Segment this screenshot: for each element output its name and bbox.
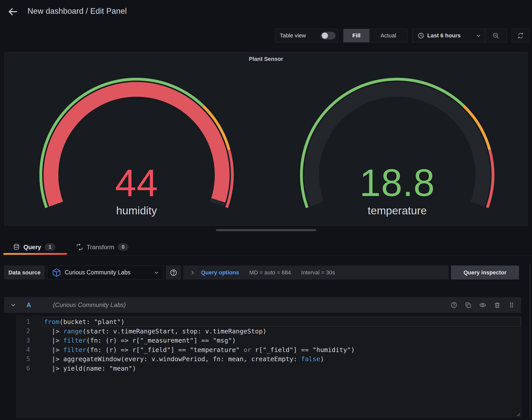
- copy-icon[interactable]: [465, 302, 472, 309]
- scrollbar[interactable]: [529, 263, 530, 419]
- refresh-button[interactable]: [512, 29, 529, 43]
- grafana-edit-panel-page: New dashboard / Edit Panel Table view Fi…: [0, 0, 532, 420]
- help-circle-icon: [170, 269, 177, 276]
- trash-icon[interactable]: [494, 302, 501, 309]
- code-line[interactable]: |> yield(name: "mean"): [42, 364, 521, 373]
- help-circle-icon[interactable]: [450, 302, 457, 309]
- chevron-down-icon: [476, 33, 481, 38]
- zoom-out-button[interactable]: [485, 29, 507, 42]
- chevron-right-icon[interactable]: [190, 270, 195, 275]
- query-options-toggle[interactable]: Query options: [201, 269, 239, 276]
- tab-query-count-badge: 1: [45, 243, 55, 251]
- datasource-label: Data source: [4, 265, 45, 279]
- toggle-knob: [322, 33, 328, 39]
- collapse-chevron-icon[interactable]: [10, 302, 16, 308]
- eye-icon[interactable]: [479, 301, 486, 309]
- tab-query-label: Query: [23, 244, 41, 251]
- page-title: New dashboard / Edit Panel: [28, 7, 127, 16]
- humidity-gauge: 44 humidity: [37, 76, 236, 220]
- interval-text: Interval = 30s: [301, 269, 335, 276]
- tab-transform-count-badge: 0: [118, 243, 128, 251]
- fill-button[interactable]: Fill: [343, 29, 369, 42]
- line-number: 5: [16, 354, 30, 364]
- line-number: 3: [16, 336, 30, 345]
- active-tab-underline: [3, 253, 67, 255]
- indent-guide: [52, 327, 52, 373]
- line-number: 1: [16, 317, 30, 327]
- query-datasource-hint: (Curious Community Labs): [53, 301, 126, 309]
- database-icon: [13, 244, 20, 250]
- query-bar: Data source Curious Community Labs Query…: [4, 265, 519, 279]
- code-line[interactable]: |> filter(fn: (r) => r["_measurement"] =…: [42, 336, 521, 345]
- tab-transform[interactable]: Transform 0: [76, 239, 128, 255]
- datasource-name: Curious Community Labs: [65, 269, 150, 276]
- panel-resize-drag-handle[interactable]: [216, 229, 316, 231]
- code-line[interactable]: from(bucket: "plant"): [42, 317, 521, 327]
- query-inspector-button[interactable]: Query inspector: [451, 265, 519, 279]
- table-view-toggle[interactable]: [321, 32, 336, 39]
- resize-corner-icon[interactable]: [515, 412, 521, 417]
- datasource-logo-icon: [52, 268, 61, 277]
- line-number: 2: [16, 327, 30, 336]
- code-line[interactable]: |> aggregateWindow(every: v.windowPeriod…: [42, 354, 521, 364]
- temperature-value: 18.8: [298, 162, 497, 203]
- max-data-points-text: MD = auto = 684: [249, 269, 291, 276]
- table-view-label: Table view: [280, 32, 306, 39]
- transform-icon: [76, 244, 83, 250]
- datasource-help-button[interactable]: [166, 265, 181, 279]
- panel-title: Plant Sensor: [4, 56, 528, 62]
- code-lines: from(bucket: "plant") |> range(start: v.…: [42, 317, 521, 373]
- grip-icon[interactable]: [508, 302, 515, 309]
- temperature-gauge: 18.8 temperature: [298, 76, 497, 220]
- time-range-label: Last 6 hours: [427, 32, 461, 39]
- tab-transform-label: Transform: [87, 244, 114, 251]
- temperature-label: temperature: [298, 203, 497, 218]
- panel-toolbar: Table view Fill Actual Last 6 hours: [275, 29, 529, 43]
- line-number: 4: [16, 345, 30, 355]
- time-range-control: Last 6 hours: [412, 29, 507, 43]
- query-row-actions: [450, 301, 515, 309]
- back-arrow-icon[interactable]: [7, 6, 18, 17]
- code-line[interactable]: |> range(start: v.timeRangeStart, stop: …: [42, 327, 521, 336]
- flux-query-editor[interactable]: 123456 from(bucket: "plant") |> range(st…: [16, 316, 522, 418]
- time-range-picker[interactable]: Last 6 hours: [413, 32, 485, 39]
- view-mode-segmented-control: Fill Actual: [343, 29, 407, 43]
- actual-button[interactable]: Actual: [369, 29, 407, 42]
- table-view-control: Table view: [275, 29, 338, 43]
- datasource-picker[interactable]: Curious Community Labs: [47, 265, 164, 279]
- line-number: 6: [16, 364, 30, 373]
- query-options-section: Query options MD = auto = 684 Interval =…: [183, 265, 449, 279]
- plant-sensor-panel: Plant Sensor 44 humidity 18.8 temperatur…: [4, 52, 528, 226]
- clock-icon: [418, 32, 424, 39]
- code-gutter: 123456: [16, 317, 30, 373]
- humidity-label: humidity: [37, 203, 236, 218]
- query-row-a: A (Curious Community Labs): [4, 297, 521, 313]
- chevron-down-icon: [154, 270, 159, 275]
- editor-tabs: Query 1 Transform 0: [0, 239, 532, 256]
- humidity-value: 44: [37, 162, 236, 203]
- code-line[interactable]: |> filter(fn: (r) => r["_field"] == "tem…: [42, 345, 521, 355]
- query-ref-id: A: [26, 301, 31, 309]
- refresh-icon: [517, 32, 524, 39]
